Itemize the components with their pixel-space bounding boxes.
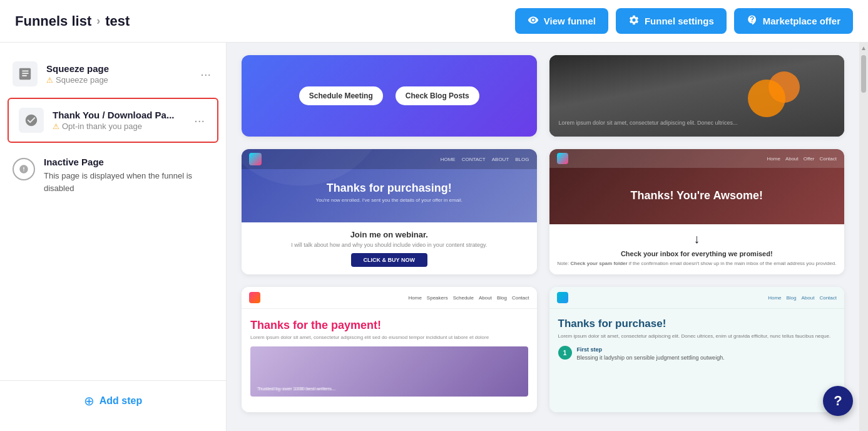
- warning-icon: ⚠: [46, 76, 53, 85]
- template-4-note: Note: Check your spam folder if the conf…: [557, 260, 837, 267]
- template-5-logo: [249, 292, 260, 303]
- template-6-title: Thanks for purchase!: [558, 318, 836, 330]
- inactive-page-title: Inactive Page: [44, 157, 213, 167]
- template-4-section-title: Check your inbox for everything we promi…: [557, 250, 837, 257]
- sidebar-item-inactive[interactable]: Inactive Page This page is displayed whe…: [0, 145, 226, 205]
- main-layout: Squeeze page ⚠ Squeeze page ··· Thank Yo…: [0, 43, 868, 431]
- add-step-container: ⊕ Add step: [0, 380, 226, 421]
- template-card-4[interactable]: Home About Offer Contact Thanks! You're …: [549, 149, 845, 274]
- help-button[interactable]: ?: [823, 386, 853, 416]
- template-preview-5: Home Speakers Schedule About Blog Contac…: [242, 287, 537, 412]
- template-6-logo: [557, 292, 568, 303]
- view-funnel-label: View funnel: [544, 16, 596, 26]
- template-6-step-title: First step: [577, 346, 603, 353]
- warning-icon-2: ⚠: [53, 122, 59, 131]
- template-5-content: Thanks for the payment! Lorem ipsum dolo…: [242, 309, 537, 403]
- template-card-1[interactable]: Schedule Meeting Check Blog Posts: [242, 55, 537, 137]
- template-6-navbar: Home Blog About Contact: [549, 287, 845, 309]
- template-grid: Schedule Meeting Check Blog Posts Lorem …: [227, 43, 859, 431]
- template-3-bottom: Join me on webinar. I will talk about ho…: [242, 222, 537, 274]
- template-2-image: Lorem ipsum dolor sit amet, consectetur …: [549, 55, 845, 137]
- funnel-settings-button[interactable]: Funnel settings: [616, 8, 727, 34]
- template-3-section-text: I will talk about how and why you should…: [249, 242, 529, 248]
- template-3-hero-subtitle: You're now enrolled. I've sent you the d…: [316, 197, 462, 203]
- template-6-content: Thanks for purchase! Lorem ipsum dolor s…: [549, 309, 845, 370]
- squeeze-page-subtitle: ⚠ Squeeze page: [46, 75, 189, 85]
- sidebar: Squeeze page ⚠ Squeeze page ··· Thank Yo…: [0, 43, 227, 431]
- template-5-title: Thanks for the payment!: [250, 319, 528, 332]
- breadcrumb-current: test: [105, 13, 130, 29]
- funnel-settings-label: Funnel settings: [645, 16, 714, 26]
- template-5-nav-links: Home Speakers Schedule About Blog Contac…: [409, 295, 529, 301]
- template-preview-3: HOME CONTACT ABOUT BLOG Thanks for purch…: [242, 149, 537, 274]
- marketplace-offer-label: Marketplace offer: [763, 16, 840, 26]
- template-3-navbar: HOME CONTACT ABOUT BLOG: [242, 149, 537, 169]
- template-3-cta: CLICK & BUY NOW: [351, 253, 427, 267]
- thankyou-page-title: Thank You / Download Pa...: [53, 110, 183, 120]
- content-wrapper: Schedule Meeting Check Blog Posts Lorem …: [227, 43, 868, 431]
- sidebar-item-thankyou[interactable]: Thank You / Download Pa... ⚠ Opt-in than…: [8, 98, 218, 143]
- template-4-bottom: ↓ Check your inbox for everything we pro…: [549, 224, 845, 274]
- add-step-button[interactable]: ⊕ Add step: [84, 393, 142, 408]
- breadcrumb-funnels[interactable]: Funnels list: [15, 13, 91, 29]
- template-4-hero: Home About Offer Contact Thanks! You're …: [549, 149, 845, 224]
- squeeze-page-menu-button[interactable]: ···: [198, 65, 213, 84]
- template-4-note-prefix: Note:: [557, 261, 570, 266]
- marketplace-offer-button[interactable]: Marketplace offer: [734, 8, 853, 34]
- template-3-nav-links: HOME CONTACT ABOUT BLOG: [441, 157, 529, 162]
- template-4-hero-title: Thanks! You're Awsome!: [630, 189, 763, 202]
- squeeze-page-title: Squeeze page: [46, 63, 189, 74]
- breadcrumb-separator: ›: [96, 14, 100, 28]
- inactive-page-description: This page is displayed when the funnel i…: [44, 170, 213, 194]
- scrollbar-thumb[interactable]: [861, 55, 866, 93]
- squeeze-page-icon: [13, 61, 38, 86]
- template-5-text: Lorem ipsum dolor sit amet, consectetur …: [250, 335, 528, 340]
- header: Funnels list › test View funnel Funnel s…: [0, 0, 868, 43]
- template-5-navbar: Home Speakers Schedule About Blog Contac…: [242, 287, 537, 309]
- header-actions: View funnel Funnel settings Marketplace …: [515, 8, 853, 34]
- template-preview-4: Home About Offer Contact Thanks! You're …: [549, 149, 845, 274]
- gear-icon: [628, 14, 640, 28]
- template-preview-6: Home Blog About Contact Thanks for purch…: [549, 287, 845, 412]
- thankyou-page-menu-button[interactable]: ···: [191, 111, 207, 130]
- scroll-up-arrow[interactable]: ▲: [860, 45, 867, 51]
- template-3-logo: [249, 153, 262, 165]
- template-6-step-description: Blessing it ladyship on sensible judgmen…: [577, 355, 725, 361]
- template-3-section-title: Join me on webinar.: [249, 230, 529, 239]
- eye-icon: [528, 14, 539, 28]
- template-card-3[interactable]: HOME CONTACT ABOUT BLOG Thanks for purch…: [242, 149, 537, 274]
- template-1-btn2: Check Blog Posts: [396, 86, 479, 105]
- template-preview-2: Lorem ipsum dolor sit amet, consectetur …: [549, 55, 845, 137]
- template-5-image-bottom: Trusted by over 1000 best writers...: [250, 346, 528, 397]
- template-3-hero: HOME CONTACT ABOUT BLOG Thanks for purch…: [242, 149, 537, 222]
- template-4-content: Thanks! You're Awsome!: [549, 168, 845, 224]
- thankyou-page-icon: [19, 108, 44, 133]
- template-card-2[interactable]: Lorem ipsum dolor sit amet, consectetur …: [549, 55, 845, 137]
- add-step-label: Add step: [100, 395, 142, 407]
- view-funnel-button[interactable]: View funnel: [515, 8, 608, 34]
- plus-icon: ⊕: [84, 393, 94, 408]
- template-6-step-text: First step Blessing it ladyship on sensi…: [577, 346, 725, 361]
- template-preview-1: Schedule Meeting Check Blog Posts: [242, 55, 537, 137]
- template-5-title-highlight: payment!: [331, 319, 381, 331]
- sidebar-item-squeeze[interactable]: Squeeze page ⚠ Squeeze page ···: [0, 53, 226, 95]
- template-card-5[interactable]: Home Speakers Schedule About Blog Contac…: [242, 287, 537, 412]
- breadcrumb: Funnels list › test: [15, 13, 130, 29]
- thankyou-page-text: Thank You / Download Pa... ⚠ Opt-in than…: [53, 110, 183, 131]
- thankyou-page-subtitle: ⚠ Opt-in thank you page: [53, 122, 183, 131]
- template-5-title-main: Thanks for the: [250, 319, 328, 331]
- inactive-page-icon: [13, 158, 35, 180]
- squeeze-page-text: Squeeze page ⚠ Squeeze page: [46, 63, 189, 85]
- template-6-nav-links: Home Blog About Contact: [768, 295, 837, 301]
- scrollbar-track: ▲: [859, 43, 868, 431]
- template-card-6[interactable]: Home Blog About Contact Thanks for purch…: [549, 287, 845, 412]
- template-3-hero-title: Thanks for purchasing!: [327, 182, 452, 195]
- template-4-arrow: ↓: [557, 232, 837, 246]
- template-6-text: Lorem ipsum dolor sit amet, consectetur …: [558, 333, 836, 340]
- template-4-nav-links: Home About Offer Contact: [767, 156, 837, 162]
- inactive-page-text: Inactive Page This page is displayed whe…: [44, 157, 213, 194]
- template-4-logo: [557, 153, 568, 164]
- template-6-step: 1 First step Blessing it ladyship on sen…: [558, 346, 836, 361]
- template-6-step-number: 1: [558, 346, 572, 360]
- template-4-note-rest: if the confirmation email doesn't show u…: [629, 261, 837, 266]
